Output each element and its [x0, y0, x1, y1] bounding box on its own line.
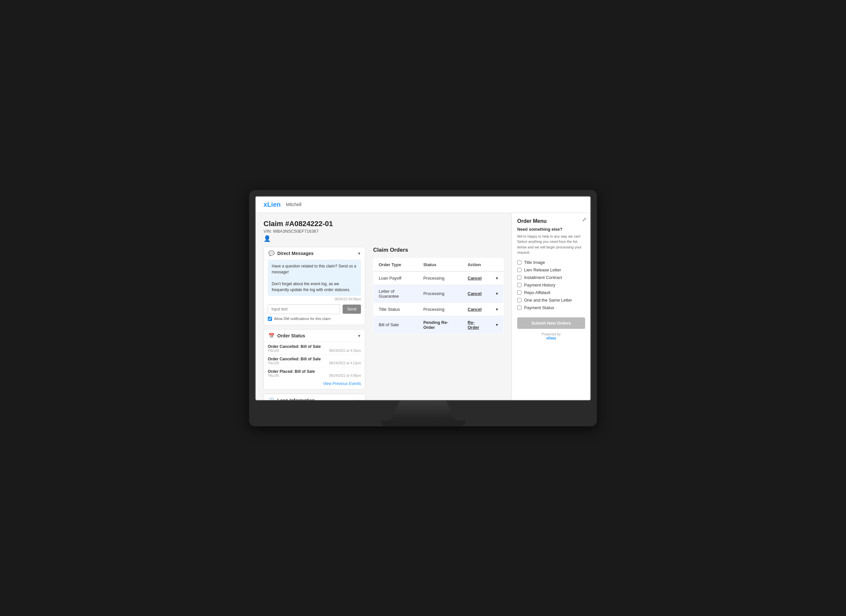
order-expand-3[interactable]: ▾ — [491, 316, 504, 334]
order-expand-2[interactable]: ▾ — [491, 303, 504, 316]
order-status-body: Order Cancelled: Bill of Sale Y6LUIS 08/… — [264, 342, 365, 389]
order-event-1-time: 08/24/2022 at 4:15pm — [329, 349, 361, 353]
powered-by: Powered by xData — [517, 332, 585, 340]
order-menu-item-6: Payment Status — [517, 305, 585, 310]
submit-new-orders-button[interactable]: Submit New Orders — [517, 318, 585, 329]
order-status-1: Processing — [418, 285, 463, 303]
order-status-panel: 📅 Order Status ▾ Order Cancelled: Bill o… — [263, 329, 365, 390]
orders-section: Claim Orders Order Type Status Action — [373, 247, 504, 400]
order-menu-item-0: Title Image — [517, 260, 585, 265]
order-status-3: Pending Re-Order — [418, 316, 463, 334]
top-nav: xLien Mitchell — [256, 197, 590, 213]
order-menu-checkbox-2[interactable] — [517, 275, 521, 279]
order-menu-checkbox-5[interactable] — [517, 298, 521, 302]
order-event-2-time: 08/24/2022 at 4:12pm — [329, 361, 361, 365]
col-status: Status — [418, 258, 463, 271]
order-menu-checkbox-6[interactable] — [517, 306, 521, 310]
dm-input[interactable] — [268, 304, 340, 314]
order-type-3: Bill of Sale — [373, 316, 418, 334]
order-menu-checkbox-0[interactable] — [517, 260, 521, 265]
order-event-3: Order Placed: Bill of Sale Y6LUIS 08/24/… — [268, 367, 361, 379]
loan-information-header[interactable]: 🗒️ Loan Information › — [264, 394, 365, 400]
order-menu-label-3: Payment History — [524, 282, 555, 288]
order-menu-subtitle: Need something else? — [517, 227, 585, 232]
order-event-3-title: Order Placed: Bill of Sale — [268, 369, 361, 374]
dm-chevron-icon: ▾ — [358, 251, 360, 256]
order-menu-label-6: Payment Status — [524, 305, 554, 310]
col-action: Action — [463, 258, 491, 271]
direct-messages-panel: 💬 Direct Messages ▾ Have a question rela… — [263, 247, 365, 325]
col-order-type: Order Type — [373, 258, 418, 271]
dm-input-row: Send — [268, 304, 361, 314]
dm-timestamp: 08/26/22 04:09pm — [268, 297, 361, 301]
loan-icon: 🗒️ — [269, 397, 275, 400]
col-expand — [491, 258, 504, 271]
order-action-1[interactable]: Cancel — [463, 285, 491, 303]
dm-message-line1: Have a question related to this claim? S… — [272, 263, 357, 275]
order-menu-label-5: One and the Same Letter — [524, 298, 572, 303]
account-icon: 👤 — [263, 235, 504, 242]
sidebar-panels: 💬 Direct Messages ▾ Have a question rela… — [263, 247, 365, 400]
order-menu-label-1: Lien Release Letter — [524, 268, 561, 272]
order-event-2-user: Y6LUIS — [268, 361, 279, 365]
order-type-0: Loan Payoff — [373, 271, 418, 285]
direct-messages-header[interactable]: 💬 Direct Messages ▾ — [264, 247, 365, 260]
order-menu-checkbox-4[interactable] — [517, 290, 521, 295]
order-event-1-user: Y6LUIS — [268, 349, 279, 353]
order-event-3-user: Y6LUIS — [268, 374, 279, 378]
order-menu-item-4: Repo Affidavit — [517, 290, 585, 295]
claim-number: Claim #A0824222-01 — [263, 219, 504, 228]
order-menu-desc: We're happy to help in any way we can! S… — [517, 234, 585, 255]
order-row-1: Letter of GuaranteeProcessingCancel▾ — [373, 285, 504, 303]
calendar-icon: 📅 — [269, 333, 275, 339]
loan-chevron-icon: › — [359, 398, 360, 400]
order-row-0: Loan PayoffProcessingCancel▾ — [373, 271, 504, 285]
claim-vin: VIN: WBA3NSC50EF716367 — [263, 229, 504, 234]
dm-body: Have a question related to this claim? S… — [264, 260, 365, 325]
dm-notify-row: Allow DM notifications for this claim — [268, 317, 361, 321]
order-event-1-title: Order Cancelled: Bill of Sale — [268, 344, 361, 349]
order-row-2: Title StatusProcessingCancel▾ — [373, 303, 504, 316]
order-menu-checkbox-1[interactable] — [517, 268, 521, 272]
order-event-2: Order Cancelled: Bill of Sale Y6LUIS 08/… — [268, 355, 361, 367]
order-status-chevron-icon: ▾ — [358, 333, 360, 338]
powered-by-label: Powered by — [542, 332, 561, 336]
main-content: Claim #A0824222-01 VIN: WBA3NSC50EF71636… — [256, 213, 590, 400]
order-type-1: Letter of Guarantee — [373, 285, 418, 303]
order-action-0[interactable]: Cancel — [463, 271, 491, 285]
message-icon: 💬 — [269, 250, 275, 256]
dm-send-button[interactable]: Send — [342, 304, 361, 314]
dm-message-line2: Don't forget about the event log, as we … — [272, 281, 357, 293]
order-status-2: Processing — [418, 303, 463, 316]
order-expand-0[interactable]: ▾ — [491, 271, 504, 285]
order-menu-label-4: Repo Affidavit — [524, 290, 550, 295]
brand-x: x — [263, 201, 267, 208]
order-menu-item-2: Installment Contract — [517, 275, 585, 280]
order-menu-item-3: Payment History — [517, 282, 585, 288]
order-expand-1[interactable]: ▾ — [491, 285, 504, 303]
expand-icon[interactable]: ⤢ — [582, 216, 586, 222]
dm-notify-checkbox[interactable] — [268, 317, 272, 321]
order-status-header[interactable]: 📅 Order Status ▾ — [264, 329, 365, 342]
order-action-3[interactable]: Re-Order — [463, 316, 491, 334]
order-status-title: Order Status — [277, 333, 305, 338]
order-row-3: Bill of SalePending Re-OrderRe-Order▾ — [373, 316, 504, 334]
order-menu-item-5: One and the Same Letter — [517, 298, 585, 303]
orders-section-title: Claim Orders — [373, 247, 504, 253]
loan-information-title: Loan Information — [277, 398, 315, 400]
order-status-0: Processing — [418, 271, 463, 285]
order-menu-label-0: Title Image — [524, 260, 545, 265]
order-action-2[interactable]: Cancel — [463, 303, 491, 316]
view-previous-events-link[interactable]: View Previous Events — [268, 381, 361, 386]
nav-user: Mitchell — [286, 202, 301, 207]
orders-table: Order Type Status Action Loan PayoffProc… — [373, 258, 504, 334]
order-menu-checkbox-3[interactable] — [517, 283, 521, 287]
loan-information-panel: 🗒️ Loan Information › — [263, 394, 365, 400]
order-event-2-title: Order Cancelled: Bill of Sale — [268, 357, 361, 361]
order-menu-items: Title ImageLien Release LetterInstallmen… — [517, 260, 585, 310]
left-center-panel: Claim #A0824222-01 VIN: WBA3NSC50EF71636… — [256, 213, 512, 400]
dm-message-bubble: Have a question related to this claim? S… — [268, 260, 361, 296]
order-menu-label-2: Installment Contract — [524, 275, 562, 280]
order-menu-panel: ⤢ Order Menu Need something else? We're … — [512, 213, 590, 400]
brand-logo[interactable]: xLien — [263, 201, 281, 209]
